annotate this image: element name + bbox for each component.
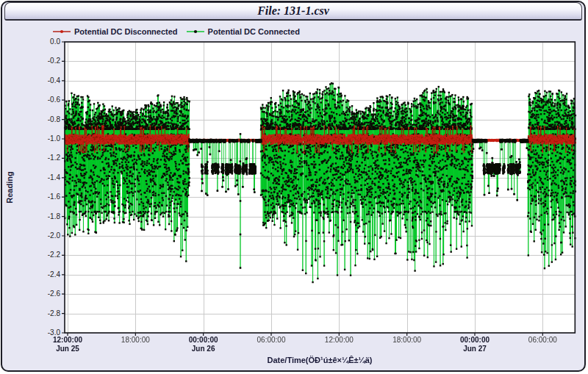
x-axis-date-label: Jun 26 (174, 345, 233, 353)
x-axis-tick-label: 06:00:00 (513, 336, 572, 344)
x-axis-time-label: 06:00:00 (513, 336, 572, 344)
y-axis-tick-label: -1.0 (28, 134, 60, 143)
x-axis-time-label: 12:00:00 (38, 336, 97, 344)
y-axis-tick-label: -2.8 (28, 309, 60, 318)
chart-legend: Potential DC DisconnectedPotential DC Co… (53, 27, 300, 36)
y-axis-tick-label: -2.4 (28, 270, 60, 279)
x-axis-time-label: 00:00:00 (445, 336, 504, 344)
y-axis-title: Reading (5, 151, 15, 224)
x-axis-tick-label: 00:00:00Jun 27 (445, 336, 504, 353)
window-title-bar[interactable]: File: 131-1.csv (4, 2, 582, 21)
x-axis-tick-label: 00:00:00Jun 26 (174, 336, 233, 353)
chart-plot-area (62, 39, 581, 337)
x-axis-time-label: 06:00:00 (242, 336, 301, 344)
x-axis-tick-label: 18:00:00 (106, 336, 165, 344)
x-axis-tick-label: 12:00:00 (309, 336, 368, 344)
x-axis-time-label: 18:00:00 (106, 336, 165, 344)
y-axis-tick-label: -2.2 (28, 251, 60, 259)
x-axis-title: Date/Time(ÖÐ¹ú±ê×¼Ê±¼ä) (65, 356, 575, 364)
y-axis-tick-label: -2.0 (28, 231, 60, 240)
x-axis-date-label: Jun 25 (38, 345, 97, 353)
legend-label: Potential DC Disconnected (74, 27, 178, 36)
x-axis-tick-label: 06:00:00 (242, 336, 301, 344)
application-window: File: 131-1.csv Potential DC Disconnecte… (0, 0, 588, 374)
y-axis-tick-label: -0.2 (28, 57, 60, 65)
x-axis-tick-label: 12:00:00Jun 25 (38, 336, 97, 353)
x-axis-time-label: 18:00:00 (378, 336, 437, 344)
y-axis-tick-label: -1.4 (28, 173, 60, 182)
y-axis-tick-label: -0.4 (28, 76, 60, 85)
legend-item[interactable]: Potential DC Disconnected (53, 27, 178, 36)
legend-series-marker-icon (187, 29, 204, 35)
legend-label: Potential DC Connected (208, 27, 300, 36)
x-axis-time-label: 12:00:00 (309, 336, 368, 344)
y-axis-tick-label: -1.8 (28, 212, 60, 221)
y-axis-tick-label: -1.2 (28, 154, 60, 162)
y-axis-tick-label: -0.6 (28, 96, 60, 104)
y-axis-tick-label: -0.8 (28, 115, 60, 124)
legend-series-marker-icon (53, 29, 71, 35)
y-axis-tick-label: 0.0 (28, 37, 60, 46)
x-axis-date-label: Jun 27 (445, 345, 504, 353)
y-axis-tick-label: -1.6 (28, 193, 60, 201)
x-axis-time-label: 00:00:00 (174, 336, 233, 344)
x-axis-tick-label: 18:00:00 (378, 336, 437, 344)
legend-item[interactable]: Potential DC Connected (187, 27, 300, 36)
window-title: File: 131-1.csv (257, 4, 329, 17)
y-axis-tick-label: -2.6 (28, 290, 60, 298)
